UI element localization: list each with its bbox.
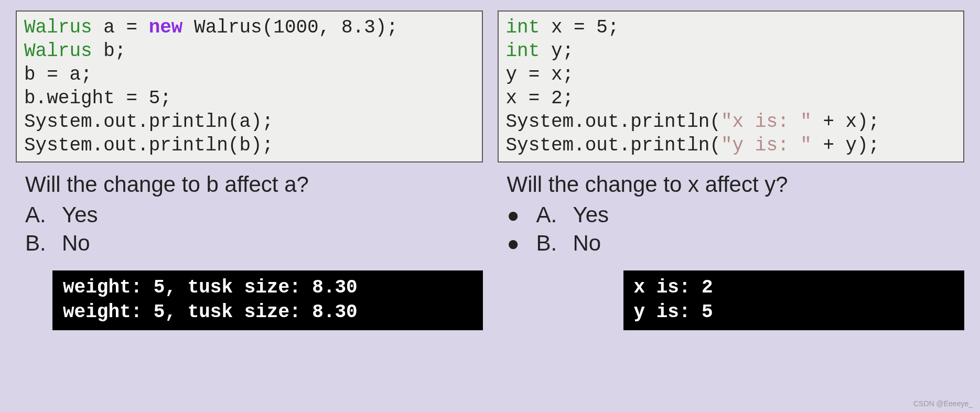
right-option-a: ● A. Yes xyxy=(507,202,965,227)
option-text: No xyxy=(573,231,601,256)
code-token: b.weight = 5; xyxy=(24,88,171,109)
right-option-b: ● B. No xyxy=(507,231,965,256)
code-token: x = 2; xyxy=(506,88,574,109)
left-option-a: A. Yes xyxy=(25,202,483,227)
code-token: int xyxy=(506,40,540,62)
option-text: No xyxy=(62,231,90,256)
right-question: Will the change to x affect y? xyxy=(507,172,965,197)
code-token: Walrus xyxy=(24,17,92,38)
left-options: A. Yes B. No xyxy=(25,202,483,259)
code-token: int xyxy=(506,17,540,38)
code-token: y = x; xyxy=(506,64,574,85)
right-column: int x = 5; int y; y = x; x = 2; System.o… xyxy=(498,10,965,330)
option-letter: A. xyxy=(25,202,62,227)
code-token: b = a; xyxy=(24,64,92,85)
code-token: new xyxy=(149,17,183,38)
code-token: "y is: " xyxy=(721,135,812,156)
bullet-icon: ● xyxy=(507,232,536,255)
code-token: System.out.println(b); xyxy=(24,135,273,156)
bullet-icon: ● xyxy=(507,203,536,227)
code-token: Walrus xyxy=(24,40,92,62)
right-options: ● A. Yes ● B. No xyxy=(507,202,965,259)
code-token: a = xyxy=(92,17,149,38)
code-token: + y); xyxy=(812,135,880,156)
code-token: System.out.println(a); xyxy=(24,111,273,133)
left-column: Walrus a = new Walrus(1000, 8.3); Walrus… xyxy=(16,10,483,330)
code-token: System.out.println( xyxy=(506,111,721,133)
right-code-box: int x = 5; int y; y = x; x = 2; System.o… xyxy=(498,10,965,162)
watermark: CSDN @Eeeeye_ xyxy=(913,399,973,408)
code-token: b; xyxy=(92,40,126,62)
left-output-box: weight: 5, tusk size: 8.30 weight: 5, tu… xyxy=(52,270,483,330)
code-token: Walrus(1000, 8.3); xyxy=(182,17,397,38)
two-column-layout: Walrus a = new Walrus(1000, 8.3); Walrus… xyxy=(16,10,964,330)
code-token: System.out.println( xyxy=(506,135,721,156)
code-token: x = 5; xyxy=(540,17,619,38)
option-text: Yes xyxy=(573,202,609,227)
option-text: Yes xyxy=(62,202,98,227)
option-letter: B. xyxy=(536,231,573,256)
code-token: y; xyxy=(540,40,574,62)
code-token: "x is: " xyxy=(721,111,812,133)
code-token: + x); xyxy=(812,111,880,133)
right-output-box: x is: 2 y is: 5 xyxy=(623,270,965,330)
left-option-b: B. No xyxy=(25,231,483,256)
left-question: Will the change to b affect a? xyxy=(25,172,483,197)
option-letter: B. xyxy=(25,231,62,256)
left-code-box: Walrus a = new Walrus(1000, 8.3); Walrus… xyxy=(16,10,483,162)
option-letter: A. xyxy=(536,202,573,227)
